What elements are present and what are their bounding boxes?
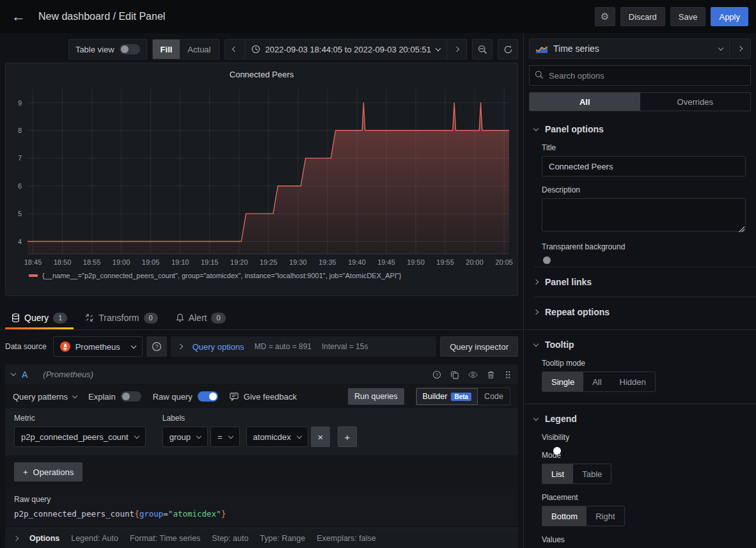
tab-alert-label: Alert [189,313,207,323]
time-shift-forward-button[interactable] [447,40,466,59]
query-options-summary[interactable]: Options Legend: Auto Format: Time series… [5,528,518,548]
options-legend: Legend: Auto [71,534,118,543]
page-title: New dashboard / Edit Panel [38,11,165,22]
datasource-name: Prometheus [75,342,120,352]
legend-placement-bottom-option[interactable]: Bottom [542,506,587,526]
svg-text:19:30: 19:30 [289,258,307,266]
table-view-group: Table view [68,39,147,59]
hide-response-eye-icon[interactable] [468,370,478,379]
time-range-picker[interactable]: 2022-09-03 18:44:05 to 2022-09-03 20:05:… [245,40,447,59]
label-key-select[interactable]: group [162,427,208,447]
interval: Interval = 15s [322,342,368,351]
chevron-right-icon [737,46,743,51]
time-series-viz-icon [536,45,547,53]
panel-description-textarea[interactable] [542,198,746,231]
tab-transform[interactable]: Transform 0 [79,306,164,329]
tooltip-header[interactable]: Tooltip [534,340,746,350]
label-value-select[interactable]: atomicdex [246,427,308,447]
search-options-input[interactable] [529,65,751,86]
label-operator-select[interactable]: = [210,427,240,447]
datasource-picker[interactable]: Prometheus [53,336,143,357]
panel-options-header[interactable]: Panel options [534,124,746,134]
filter-overrides-option[interactable]: Overrides [640,93,751,111]
code-option[interactable]: Code [478,388,510,405]
legend-series-swatch [29,274,38,277]
delete-query-trash-icon[interactable] [487,370,495,379]
add-operations-button[interactable]: + Operations [14,462,83,481]
legend-header[interactable]: Legend [534,414,746,424]
run-queries-button[interactable]: Run queries [348,388,404,405]
tooltip-heading: Tooltip [545,340,574,350]
tab-alert[interactable]: Alert 0 [169,306,232,329]
query-row-header[interactable]: A (Prometheus) ? [5,364,518,385]
table-view-toggle[interactable] [120,44,140,54]
back-arrow-icon[interactable]: ← [8,10,29,24]
query-patterns-label: Query patterns [13,392,68,402]
give-feedback-label: Give feedback [244,392,297,402]
datasource-row: Data source Prometheus ? Query options M… [5,336,518,357]
remove-label-button[interactable]: × [311,427,330,447]
legend-mode-list-option[interactable]: List [542,464,573,483]
tooltip-mode-label: Tooltip mode [542,359,746,368]
metric-value: p2p_connected_peers_count [21,432,129,442]
svg-text:18:55: 18:55 [83,258,101,266]
resize-grip-icon[interactable] [739,226,744,232]
title-label: Title [542,143,746,152]
legend-mode-table-option[interactable]: Table [573,464,611,483]
drag-handle-icon[interactable] [504,370,512,379]
builder-option[interactable]: Builder Beta [416,388,478,405]
query-options-collapsed[interactable]: Query options MD = auto = 891 Interval =… [171,336,437,357]
duplicate-query-icon[interactable] [450,370,459,379]
tooltip-section: Tooltip Tooltip mode Single All Hidden [524,329,756,403]
svg-text:5: 5 [18,210,22,217]
time-series-chart[interactable]: 18:4518:5018:5519:0019:0519:1019:1519:20… [10,82,513,269]
operations-label: Operations [33,467,74,477]
tooltip-single-option[interactable]: Single [542,372,583,391]
comment-icon [230,393,239,401]
visualization-picker[interactable]: Time series [529,38,729,59]
apply-button[interactable]: Apply [711,7,748,26]
options-format: Format: Time series [130,534,200,543]
filter-all-option[interactable]: All [530,93,640,111]
discard-button[interactable]: Discard [620,7,665,26]
add-label-button[interactable]: + [338,427,357,447]
query-help-icon[interactable]: ? [432,370,441,379]
raw-query-close-brace: } [221,509,226,519]
chevron-down-icon [228,433,233,438]
panel-options-heading: Panel options [545,124,604,134]
give-feedback-link[interactable]: Give feedback [230,392,297,402]
legend-series-label[interactable]: {__name__="p2p_connected_peers_count", g… [42,272,401,279]
raw-query-toggle-label: Raw query [153,392,193,402]
zoom-out-button[interactable] [472,39,492,59]
legend-placement-right-option[interactable]: Right [587,506,624,526]
refresh-button[interactable] [498,39,518,59]
datasource-help-button[interactable]: ? [146,336,167,357]
svg-text:19:40: 19:40 [348,258,366,266]
query-patterns-dropdown[interactable]: Query patterns [13,392,77,402]
query-inspector-button[interactable]: Query inspector [440,336,518,357]
transform-icon [85,313,94,322]
explain-toggle[interactable] [121,391,141,402]
plus-icon: + [344,432,350,442]
tooltip-hidden-option[interactable]: Hidden [611,372,655,391]
legend-mode-segment: List Table [542,464,611,484]
save-button[interactable]: Save [670,7,706,26]
panel-title: Connected Peers [10,66,514,82]
editor-tabs: Query 1 Transform 0 Alert 0 [0,306,523,330]
fill-option[interactable]: Fill [153,40,180,59]
tab-transform-label: Transform [98,313,139,323]
metric-select[interactable]: p2p_connected_peers_count [14,427,146,447]
tooltip-all-option[interactable]: All [583,372,610,391]
collapse-query-icon[interactable] [11,371,16,376]
raw-query-toggle[interactable] [198,391,218,402]
panel-title-input[interactable] [542,156,746,176]
repeat-options-header[interactable]: Repeat options [534,297,756,327]
svg-text:19:55: 19:55 [436,258,454,266]
chevron-right-icon [13,536,19,541]
panel-settings-button[interactable]: ⚙ [595,7,615,26]
panel-links-header[interactable]: Panel links [534,267,756,297]
actual-option[interactable]: Actual [180,40,218,59]
time-shift-back-button[interactable] [225,40,244,59]
visualization-expand-button[interactable] [729,38,751,59]
tab-query[interactable]: Query 1 [5,306,74,329]
